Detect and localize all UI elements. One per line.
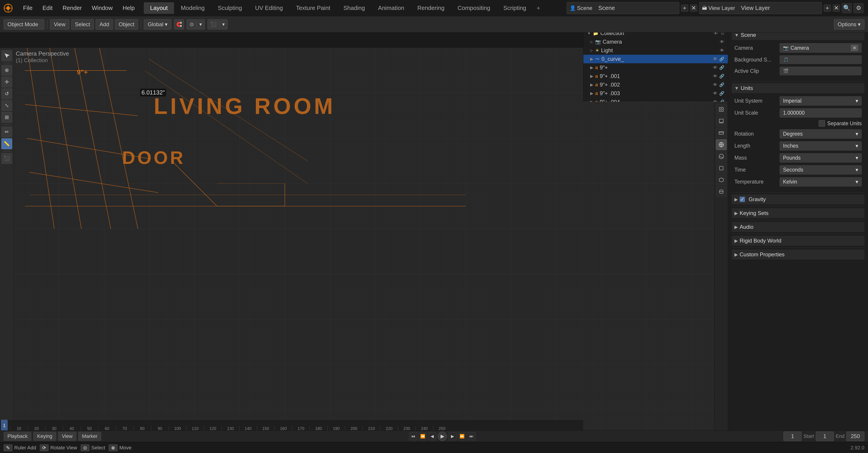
object-menu-btn[interactable]: Object: [115, 19, 138, 30]
menu-help[interactable]: Help: [118, 3, 139, 13]
tab-shading[interactable]: Shading: [337, 2, 371, 14]
prev-frame-btn[interactable]: ◀: [428, 432, 436, 440]
data-props-icon[interactable]: [716, 186, 727, 197]
light-eye[interactable]: 👁: [720, 48, 724, 53]
search-icon[interactable]: 🔍: [842, 3, 852, 13]
start-frame-display[interactable]: 1: [816, 431, 834, 441]
marker-menu-btn[interactable]: Marker: [78, 432, 101, 441]
play-btn[interactable]: ▶: [438, 431, 447, 441]
gravity-section-header[interactable]: ▶ ✓ Gravity: [732, 194, 864, 204]
select-tool-btn[interactable]: [1, 50, 12, 61]
current-frame-display[interactable]: 1: [783, 431, 802, 441]
separate-units-checkbox[interactable]: [819, 120, 825, 127]
menu-render[interactable]: Render: [58, 3, 86, 13]
outliner-9plus-001[interactable]: ▶ a 9"+ .001 👁 🔗: [583, 72, 728, 81]
camera-eye[interactable]: 👁: [720, 39, 724, 44]
select-menu-btn[interactable]: Select: [71, 19, 94, 30]
tab-compositing[interactable]: Compositing: [451, 2, 497, 14]
move-tool-btn[interactable]: ✛: [1, 77, 12, 88]
cursor-tool-btn[interactable]: ⊕: [1, 65, 12, 76]
filter-icon[interactable]: ⚙: [854, 3, 864, 13]
prev-keyframe-btn[interactable]: ⏪: [418, 432, 427, 440]
camera-remove-btn[interactable]: ✕: [851, 45, 858, 51]
9plus001-eye[interactable]: 👁: [713, 74, 717, 79]
view-layer-input[interactable]: [737, 3, 819, 13]
next-keyframe-btn[interactable]: ⏩: [458, 432, 466, 440]
scene-remove-btn[interactable]: ✕: [690, 4, 698, 12]
outliner-camera[interactable]: ▶ 📷 Camera 👁: [583, 37, 728, 46]
tab-layout[interactable]: Layout: [144, 2, 174, 14]
units-section-header[interactable]: ▼ Units: [732, 83, 864, 93]
rotate-tool-btn[interactable]: ↺: [1, 88, 12, 99]
proportional-edit-btn[interactable]: ⊙ ▾: [187, 20, 205, 29]
modifier-props-icon[interactable]: [716, 175, 727, 185]
outliner-9plus-003[interactable]: ▶ a 9"+ .003 👁 🔗: [583, 89, 728, 98]
bg-sound-field[interactable]: 🎵: [780, 55, 862, 64]
active-clip-field[interactable]: 🎬: [780, 67, 862, 75]
playback-menu-btn[interactable]: Playback: [4, 432, 31, 441]
overlay-btn[interactable]: ⬛ ▾: [208, 20, 228, 29]
add-cube-btn[interactable]: ⬛: [1, 153, 12, 164]
scene-props-icon[interactable]: [716, 139, 727, 150]
next-frame-btn[interactable]: ▶: [448, 432, 457, 440]
9plus003-eye[interactable]: 👁: [713, 91, 717, 96]
menu-edit[interactable]: Edit: [38, 3, 57, 13]
audio-section-header[interactable]: ▶ Audio: [732, 222, 864, 232]
view-layer-remove-btn[interactable]: ✕: [833, 4, 840, 12]
menu-window[interactable]: Window: [87, 3, 117, 13]
time-dropdown[interactable]: Seconds ▾: [780, 165, 862, 175]
options-btn[interactable]: Options ▾: [834, 19, 864, 30]
object-props-icon[interactable]: [716, 163, 727, 174]
tab-animation[interactable]: Animation: [372, 2, 411, 14]
tab-scripting[interactable]: Scripting: [497, 2, 532, 14]
length-dropdown[interactable]: Inches ▾: [780, 141, 862, 151]
scale-tool-btn[interactable]: ⤡: [1, 100, 12, 111]
unit-system-dropdown[interactable]: Imperial ▾: [780, 96, 862, 105]
keying-menu-btn[interactable]: Keying: [33, 432, 56, 441]
camera-value-field[interactable]: 📷 Camera ✕: [780, 43, 862, 53]
view-menu-btn-timeline[interactable]: View: [58, 432, 76, 441]
9plus002-eye[interactable]: 👁: [713, 82, 717, 88]
object-mode-btn[interactable]: Object Mode: [4, 19, 44, 30]
9plus-eye[interactable]: 👁: [713, 65, 717, 70]
output-props-icon[interactable]: [716, 116, 727, 127]
timeline-ruler[interactable]: 1 10 20 30 40 50 60 70 80 90 100 110 120…: [0, 420, 583, 431]
keying-sets-section-header[interactable]: ▶ Keying Sets: [732, 208, 864, 218]
gravity-checkbox[interactable]: ✓: [740, 197, 745, 202]
view-menu-btn[interactable]: View: [50, 19, 69, 30]
tab-uv-editing[interactable]: UV Editing: [249, 2, 289, 14]
jump-start-btn[interactable]: ⏮: [409, 432, 417, 440]
temperature-dropdown[interactable]: Kelvin ▾: [780, 177, 862, 186]
world-props-icon[interactable]: [716, 151, 727, 162]
transform-tool-btn[interactable]: ⊞: [1, 112, 12, 123]
jump-end-btn[interactable]: ⏭: [467, 432, 475, 440]
curve-eye[interactable]: 👁: [713, 57, 717, 62]
outliner-0curve[interactable]: ▶ 〜 0_curve_ 👁 🔗: [583, 55, 728, 63]
view-layer-props-icon[interactable]: [716, 127, 727, 138]
rotation-dropdown[interactable]: Degrees ▾: [780, 129, 862, 139]
scene-add-btn[interactable]: +: [681, 4, 688, 12]
outliner-9plus[interactable]: ▶ a 9"+ 👁 🔗: [583, 63, 728, 72]
tab-sculpting[interactable]: Sculpting: [212, 2, 248, 14]
add-menu-btn[interactable]: Add: [96, 19, 113, 30]
annotate-tool-btn[interactable]: ✏: [1, 127, 12, 138]
outliner-9plus-004[interactable]: ▶ a 9"+ .004 👁 🔗: [583, 98, 728, 102]
rigid-body-section-header[interactable]: ▶ Rigid Body World: [732, 236, 864, 246]
end-frame-display[interactable]: 250: [846, 431, 864, 441]
tab-modeling[interactable]: Modeling: [175, 2, 211, 14]
menu-file[interactable]: File: [19, 3, 37, 13]
view-layer-add-btn[interactable]: +: [824, 4, 831, 12]
magnet-icon[interactable]: 🧲: [174, 20, 184, 29]
scene-input[interactable]: [594, 3, 676, 13]
global-btn[interactable]: Global ▾: [144, 19, 171, 30]
outliner-light[interactable]: ▶ ☀ Light 👁: [583, 46, 728, 55]
custom-props-section-header[interactable]: ▶ Custom Properties: [732, 249, 864, 260]
mass-dropdown[interactable]: Pounds ▾: [780, 153, 862, 162]
render-props-icon[interactable]: [716, 104, 727, 115]
tab-rendering[interactable]: Rendering: [411, 2, 451, 14]
ruler-tool-btn[interactable]: 📏: [1, 138, 12, 149]
outliner-9plus-002[interactable]: ▶ a 9"+ .002 👁 🔗: [583, 81, 728, 89]
9plus004-eye[interactable]: 👁: [713, 99, 717, 102]
unit-scale-field[interactable]: 1.000000: [780, 108, 862, 118]
tab-texture-paint[interactable]: Texture Paint: [289, 2, 337, 14]
